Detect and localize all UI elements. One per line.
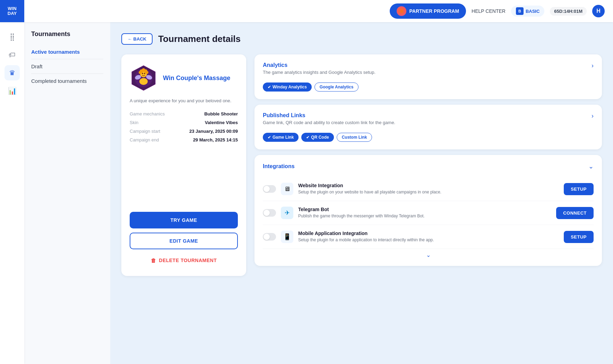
tag-qr-code: ✔ QR Code	[301, 133, 334, 142]
right-panel: Analytics The game analytics insights an…	[254, 54, 602, 276]
meta-value-start: 23 January, 2025 00:09	[189, 129, 238, 134]
published-links-description: Game link, QR code and ability to create…	[263, 120, 395, 125]
published-links-card: Published Links Game link, QR code and a…	[254, 105, 602, 149]
game-title-wrap: Win Couple's Massage	[163, 75, 230, 82]
analytics-card: Analytics The game analytics insights an…	[254, 54, 602, 99]
plan-label: BASIC	[526, 9, 539, 14]
published-links-chevron-icon[interactable]: ›	[592, 112, 594, 120]
mobile-integration-desc: Setup the plugin for a mobile applicatio…	[298, 237, 559, 243]
website-integration-icon: 🖥	[281, 183, 293, 195]
game-hex-icon	[130, 64, 157, 92]
website-setup-button[interactable]: SETUP	[564, 183, 594, 195]
telegram-integration-icon: ✈	[281, 207, 293, 219]
integrations-expand-icon[interactable]: ⌄	[426, 252, 431, 258]
nav-item-draft[interactable]: Draft	[31, 59, 103, 74]
meta-value-end: 29 March, 2025 14:15	[193, 137, 238, 142]
svg-point-12	[146, 71, 148, 74]
game-header: Win Couple's Massage	[130, 64, 238, 92]
svg-point-7	[144, 73, 145, 74]
logo-line2: DAY	[8, 11, 17, 16]
analytics-title: Analytics	[263, 62, 375, 68]
nav-item-active-tournaments[interactable]: Active tournaments	[31, 45, 103, 59]
tag-google-analytics: Google Analytics	[314, 83, 359, 92]
analytics-tags: ✔ Winday Analytics Google Analytics	[263, 83, 594, 92]
website-integration-info: Website Integration Setup the plugin on …	[298, 183, 559, 195]
integration-item-telegram: ✈ Telegram Bot Publish the game through …	[263, 201, 594, 225]
tournament-left-card: Win Couple's Massage A unique experience…	[121, 54, 246, 276]
analytics-card-header: Analytics The game analytics insights an…	[263, 62, 594, 80]
help-center-link[interactable]: HELP CENTER	[472, 8, 506, 14]
delete-tournament-button[interactable]: 🗑 DELETE TOURNAMENT	[130, 255, 238, 266]
meta-label-start: Campaign start	[130, 129, 160, 134]
plan-badge: B BASIC	[511, 6, 544, 17]
content-grid: Win Couple's Massage A unique experience…	[121, 54, 602, 276]
tag-game-link: ✔ Game Link	[263, 133, 299, 142]
partner-program-button[interactable]: PARTNER PROGRAM	[390, 3, 466, 19]
telegram-integration-desc: Publish the game through the messenger w…	[298, 213, 551, 219]
back-button[interactable]: ← BACK	[121, 33, 153, 45]
meta-label-skin: Skin	[130, 120, 138, 125]
website-integration-desc: Setup the plugin on your website to have…	[298, 189, 559, 195]
logo-line1: WIN	[8, 6, 16, 11]
meta-value-mechanics: Bubble Shooter	[204, 111, 238, 116]
nav-section-title: Tournaments	[31, 31, 103, 38]
mobile-integration-icon: 📱	[281, 231, 293, 243]
integration-item-website: 🖥 Website Integration Setup the plugin o…	[263, 177, 594, 201]
top-header: WIN DAY PARTNER PROGRAM HELP CENTER B BA…	[0, 0, 613, 22]
svg-point-3	[139, 78, 148, 85]
timer-badge: 65D:14H:01M	[550, 7, 587, 16]
edit-game-button[interactable]: EDIT GAME	[130, 233, 238, 249]
published-links-tags: ✔ Game Link ✔ QR Code Custom Link	[263, 133, 594, 142]
meta-row-end: Campaign end 29 March, 2025 14:15	[130, 137, 238, 142]
svg-point-6	[142, 73, 143, 74]
meta-row-start: Campaign start 23 January, 2025 00:09	[130, 129, 238, 134]
tag-custom-link: Custom Link	[337, 133, 372, 142]
integration-item-mobile: 📱 Mobile Application Integration Setup t…	[263, 225, 594, 249]
try-game-button[interactable]: TRY GAME	[130, 212, 238, 228]
header-right: PARTNER PROGRAM HELP CENTER B BASIC 65D:…	[390, 3, 605, 19]
nav-panel: Tournaments Active tournaments Draft Com…	[24, 22, 110, 364]
telegram-integration-name: Telegram Bot	[298, 207, 551, 212]
integrations-header: Integrations ⌄	[263, 163, 594, 170]
analytics-chevron-icon[interactable]: ›	[592, 62, 594, 69]
main-content: ← BACK Tournament details	[110, 22, 613, 364]
telegram-integration-toggle[interactable]	[263, 209, 276, 217]
integrations-chevron-down-icon[interactable]: ⌄	[588, 163, 594, 170]
page-header: ← BACK Tournament details	[121, 33, 602, 45]
logo: WIN DAY	[0, 0, 24, 22]
timer-value: 65D:14H:01M	[554, 9, 582, 14]
telegram-integration-info: Telegram Bot Publish the game through th…	[298, 207, 551, 219]
analytics-description: The game analytics insights and Google A…	[263, 70, 375, 75]
meta-label-end: Campaign end	[130, 137, 159, 142]
mobile-integration-name: Mobile Application Integration	[298, 231, 559, 236]
published-links-title: Published Links	[263, 112, 395, 119]
integrations-title: Integrations	[263, 163, 295, 170]
tag-winday-analytics: ✔ Winday Analytics	[263, 83, 312, 92]
meta-row-mechanics: Game mechanics Bubble Shooter	[130, 111, 238, 116]
website-integration-toggle[interactable]	[263, 185, 276, 193]
sidebar-icon-dots[interactable]: ⣿	[5, 29, 20, 44]
meta-label-mechanics: Game mechanics	[130, 111, 165, 116]
sidebar-icon-percentage[interactable]: 🏷	[5, 47, 20, 62]
mobile-integration-info: Mobile Application Integration Setup the…	[298, 231, 559, 243]
integrations-card: Integrations ⌄ 🖥 Website Integration Set…	[254, 155, 602, 266]
partner-icon	[397, 6, 406, 16]
svg-point-11	[139, 71, 141, 74]
published-links-info: Published Links Game link, QR code and a…	[263, 112, 395, 130]
mobile-setup-button[interactable]: SETUP	[564, 231, 594, 243]
sidebar: ⣿ 🏷 ♛ 📊	[0, 22, 24, 364]
meta-value-skin: Valentine Vibes	[205, 120, 238, 125]
game-description: A unique experience for you and your bel…	[130, 97, 238, 104]
integrations-bottom-chevron: ⌄	[263, 249, 594, 258]
avatar[interactable]: H	[592, 5, 605, 17]
partner-btn-label: PARTNER PROGRAM	[409, 8, 459, 14]
analytics-info: Analytics The game analytics insights an…	[263, 62, 375, 80]
mobile-integration-toggle[interactable]	[263, 233, 276, 241]
plan-icon: B	[516, 7, 524, 15]
telegram-connect-button[interactable]: CONNECT	[556, 207, 594, 219]
published-links-header: Published Links Game link, QR code and a…	[263, 112, 594, 130]
trash-icon: 🗑	[151, 258, 156, 263]
nav-item-completed-tournaments[interactable]: Completed tournaments	[31, 74, 103, 88]
sidebar-icon-chart[interactable]: 📊	[5, 83, 20, 98]
sidebar-icon-crown[interactable]: ♛	[5, 65, 20, 80]
